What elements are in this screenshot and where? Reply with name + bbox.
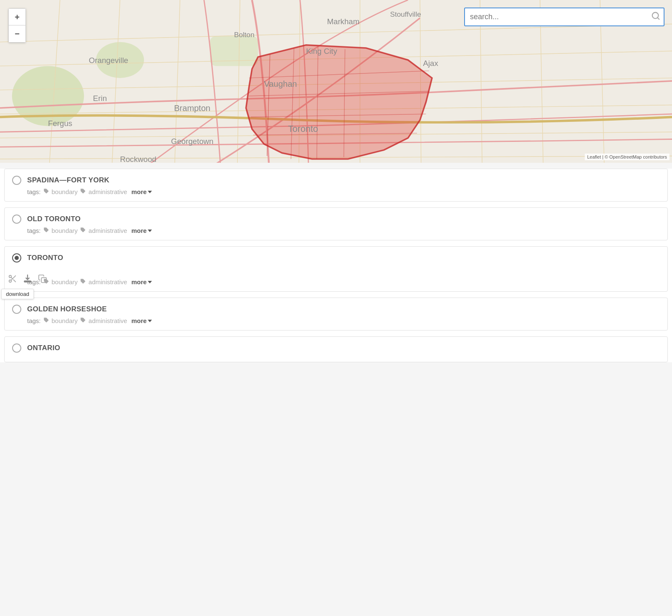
search-input[interactable] xyxy=(468,10,649,24)
more-tags-button[interactable]: more xyxy=(131,188,152,195)
svg-text:Erin: Erin xyxy=(93,94,107,103)
result-actions: download xyxy=(6,273,654,285)
list-item: ONTARIO xyxy=(4,336,668,362)
tags-row: tags:boundaryadministrativemore xyxy=(27,188,660,195)
list-item: OLD TORONTOtags:boundaryadministrativemo… xyxy=(4,207,668,240)
result-title: TORONTO xyxy=(27,254,63,262)
svg-text:Vaughan: Vaughan xyxy=(264,79,297,88)
tags-label: tags: xyxy=(27,317,41,324)
list-item: TORONTOdownloadtags:boundaryadministrati… xyxy=(4,246,668,292)
svg-line-48 xyxy=(657,18,659,19)
svg-text:Brampton: Brampton xyxy=(174,104,210,113)
svg-text:Orangeville: Orangeville xyxy=(89,56,128,65)
list-item: GOLDEN HORSESHOEtags:boundaryadministrat… xyxy=(4,298,668,331)
svg-rect-4 xyxy=(210,36,258,66)
results-list: SPADINA—FORT YORKtags:boundaryadministra… xyxy=(0,169,672,362)
tag-text: boundary xyxy=(52,317,78,324)
svg-text:Markham: Markham xyxy=(327,17,359,26)
svg-text:King City: King City xyxy=(306,47,337,56)
svg-line-56 xyxy=(13,280,15,282)
download-tooltip: download xyxy=(1,289,34,299)
zoom-in-button[interactable]: + xyxy=(9,9,25,25)
scissors-icon-button[interactable] xyxy=(6,273,19,285)
tag-text: administrative xyxy=(88,227,127,234)
tag-icon xyxy=(43,317,49,324)
more-label: more xyxy=(131,188,147,195)
download-button[interactable] xyxy=(21,273,34,285)
svg-rect-59 xyxy=(41,278,46,283)
svg-rect-58 xyxy=(24,281,31,283)
chevron-down-icon xyxy=(148,230,152,232)
tag-icon xyxy=(80,317,86,324)
more-tags-button[interactable]: more xyxy=(131,227,152,234)
more-label: more xyxy=(131,227,147,234)
chevron-down-icon xyxy=(148,191,152,193)
tag-icon xyxy=(43,227,49,234)
tags-label: tags: xyxy=(27,188,41,195)
more-tags-button[interactable]: more xyxy=(131,317,152,324)
svg-text:Ajax: Ajax xyxy=(423,59,438,68)
tag-text: administrative xyxy=(88,188,127,195)
tag-icon xyxy=(80,188,86,195)
result-title: OLD TORONTO xyxy=(27,215,81,223)
list-item: SPADINA—FORT YORKtags:boundaryadministra… xyxy=(4,169,668,202)
svg-text:Rockwood: Rockwood xyxy=(120,155,157,163)
svg-text:Stouffville: Stouffville xyxy=(390,10,421,18)
tag-text: boundary xyxy=(52,188,78,195)
tag-icon xyxy=(43,188,49,195)
svg-text:Fergus: Fergus xyxy=(48,119,72,128)
search-box xyxy=(464,8,664,26)
result-title: SPADINA—FORT YORK xyxy=(27,176,109,184)
radio-button[interactable] xyxy=(12,305,21,314)
radio-button[interactable] xyxy=(12,176,21,185)
tag-icon xyxy=(80,227,86,234)
svg-text:Bolton: Bolton xyxy=(234,30,255,39)
svg-text:Georgetown: Georgetown xyxy=(171,137,214,146)
tags-row: tags:boundaryadministrativemore xyxy=(27,227,660,234)
more-label: more xyxy=(131,317,147,324)
zoom-controls: + − xyxy=(8,8,26,43)
tag-text: administrative xyxy=(88,317,127,324)
tags-row: tags:boundaryadministrativemore xyxy=(27,317,660,324)
svg-line-57 xyxy=(11,277,13,279)
svg-text:Toronto: Toronto xyxy=(288,124,318,134)
radio-button[interactable] xyxy=(12,253,21,263)
chevron-down-icon xyxy=(148,320,152,322)
radio-button[interactable] xyxy=(12,343,21,353)
search-icon xyxy=(651,11,660,23)
tags-label: tags: xyxy=(27,227,41,234)
result-title: ONTARIO xyxy=(27,344,60,352)
zoom-out-button[interactable]: − xyxy=(9,25,25,42)
download-button-wrapper: download xyxy=(21,273,34,285)
map-attribution: Leaflet | © OpenStreetMap contributors xyxy=(585,154,669,160)
copy-button[interactable] xyxy=(36,273,49,285)
radio-button[interactable] xyxy=(12,215,21,224)
result-title: GOLDEN HORSESHOE xyxy=(27,305,107,313)
tag-text: boundary xyxy=(52,227,78,234)
map-container: Fergus Guelph Erin Orangeville Rockwood … xyxy=(0,0,672,163)
